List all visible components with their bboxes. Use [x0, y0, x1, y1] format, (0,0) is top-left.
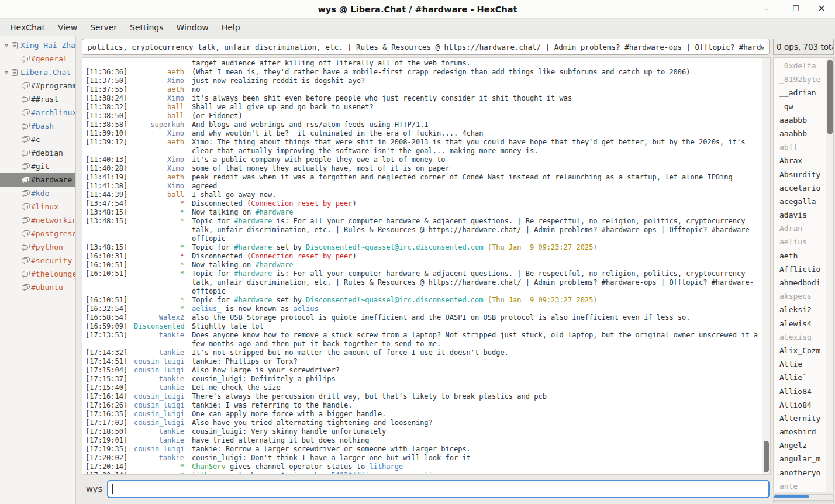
nick: aeth [134, 173, 188, 182]
tree-channel-security[interactable]: #security [0, 254, 75, 267]
user-list-item[interactable]: aleksi2 [774, 303, 826, 316]
chat-message-row: [13:48:15]*Topic for #hardware is: For a… [82, 217, 761, 243]
tree-channel-thelounge[interactable]: #thelounge [0, 267, 75, 281]
tree-channel-git[interactable]: #git [0, 160, 75, 173]
user-list-item[interactable]: abff [774, 140, 826, 154]
user-list-item[interactable]: _0xdelta [774, 59, 826, 73]
user-list-scrollbar-thumb[interactable] [827, 60, 833, 134]
user-list-item[interactable]: acegalla- [774, 195, 826, 208]
menu-settings[interactable]: Settings [123, 19, 170, 36]
chat-message-row: [17:20:14]*ChanServ gives channel operat… [82, 462, 761, 471]
user-list-item[interactable]: anotheryo [774, 466, 826, 479]
user-list-hscrollbar[interactable] [773, 494, 834, 499]
nick: * [134, 243, 188, 252]
message-text: (or Fidonet) [188, 112, 761, 120]
maximize-button[interactable]: ☐ [786, 0, 806, 19]
message-segment-msg_red: Connection reset by peer [251, 199, 352, 208]
user-list-hscrollbar-thumb[interactable] [774, 495, 809, 498]
timestamp: [17:14:51] [82, 357, 134, 366]
message-text: Also how large is your screwdriver? [188, 366, 761, 375]
expander-icon[interactable]: ▽ [2, 70, 11, 75]
user-list-item[interactable]: aaabbb- [774, 127, 826, 140]
tree-channel-postgresql[interactable]: #postgresql [0, 227, 75, 240]
message-segment: It's not stripped but no matter the amou… [192, 348, 509, 357]
timestamp: [16:10:31] [82, 252, 134, 261]
user-list-item[interactable]: _qw_ [774, 100, 826, 113]
timestamp: [17:15:40] [82, 384, 134, 392]
chat-message-row: [16:58:54]Walex2also the USB Storage pro… [82, 313, 761, 322]
user-list-item[interactable]: Allie` [774, 371, 826, 384]
menu-hexchat[interactable]: HexChat [4, 19, 51, 36]
user-list-item[interactable]: alexisg [774, 330, 826, 344]
tree-item-label: ##programming [31, 81, 75, 90]
user-list-item[interactable]: Alternity [774, 412, 826, 425]
tree-channel-c[interactable]: #c [0, 133, 75, 146]
tree-channel-archlinux[interactable]: #archlinux [0, 106, 75, 119]
user-list-item[interactable]: angular_m [774, 452, 826, 465]
user-list-item[interactable]: aaabbb [774, 113, 826, 127]
message-text: I shall go away now. [188, 191, 761, 199]
server-icon [11, 68, 20, 77]
nick: tankie [134, 427, 188, 436]
user-list-item[interactable]: aelius [774, 235, 826, 248]
expander-icon[interactable]: ▽ [2, 43, 11, 49]
user-list: _0xdelta_8192byte__adrian_qw_aaabbbaaabb… [773, 57, 834, 492]
user-list-item[interactable]: Adran [774, 222, 826, 235]
nick: cousin_luigi [134, 445, 188, 454]
nick: cousin_luigi [134, 410, 188, 419]
tree-channel-debian[interactable]: #debian [0, 146, 75, 160]
user-list-item[interactable]: alewis4 [774, 317, 826, 330]
tree-channel-linux[interactable]: #linux [0, 200, 75, 213]
user-list-item[interactable]: ahmedbodi [774, 276, 826, 289]
menu-server[interactable]: Server [84, 19, 123, 36]
timestamp: [16:10:51] [82, 296, 134, 305]
user-list-item[interactable]: Angelz [774, 439, 826, 452]
menu-window[interactable]: Window [170, 19, 215, 36]
user-list-scrollbar[interactable] [826, 58, 833, 492]
user-list-item[interactable]: amosbird [774, 425, 826, 439]
close-button[interactable]: ✕ [812, 0, 831, 19]
message-text: Disconnected (Connection reset by peer) [188, 252, 761, 261]
tree-channel-kde[interactable]: #kde [0, 187, 75, 200]
user-list-item[interactable]: Afflictio [774, 263, 826, 276]
message-input[interactable] [107, 480, 770, 498]
tree-channel-hardware[interactable]: #hardware [0, 173, 75, 187]
message-segment: And blogs and webrings and rss/atom feed… [192, 120, 429, 129]
tree-channel-bash[interactable]: #bash [0, 119, 75, 133]
tree-channel-ubuntu[interactable]: #ubuntu [0, 281, 75, 294]
user-list-item[interactable]: ante [774, 479, 826, 492]
menu-view[interactable]: View [51, 19, 84, 36]
menu-help[interactable]: Help [215, 19, 247, 36]
tree-channel-networking[interactable]: #networking [0, 213, 75, 227]
tree-channel-programming[interactable]: ##programming [0, 79, 75, 92]
user-list-item[interactable]: akspecs [774, 289, 826, 303]
user-list-item[interactable]: Allio84_ [774, 398, 826, 412]
user-list-item[interactable]: accelario [774, 181, 826, 195]
timestamp: [17:16:35] [82, 410, 134, 419]
user-list-item[interactable]: Absurdity [774, 168, 826, 181]
tree-channel-python[interactable]: #python [0, 240, 75, 254]
channel-icon [21, 163, 31, 171]
tree-server-Xing-Hai-Zhan[interactable]: ▽Xing-Hai-Zhan [0, 39, 75, 52]
user-list-item[interactable]: Alix_Cozm [774, 344, 826, 357]
message-segment: Topic for [192, 270, 234, 278]
user-list-item[interactable]: __adrian [774, 86, 826, 99]
user-list-item[interactable]: Allie [774, 357, 826, 371]
user-list-item[interactable]: _8192byte [774, 73, 826, 86]
message-text: (What I mean is, they'd rather have a mo… [188, 68, 761, 77]
tree-server-Libera.Chat[interactable]: ▽Libera.Chat [0, 65, 75, 79]
user-list-item[interactable]: Allio84 [774, 385, 826, 398]
chat-message-row: [11:38:24]Ximoit's always been shit even… [82, 94, 761, 103]
tree-channel-general[interactable]: #general [0, 52, 75, 65]
topic-input[interactable] [82, 39, 770, 55]
user-list-item[interactable]: adavis [774, 208, 826, 222]
minimize-button[interactable]: – [757, 0, 777, 19]
tree-channel-rust[interactable]: ##rust [0, 92, 75, 106]
user-list-item[interactable]: Abrax [774, 154, 826, 167]
message-text: some of that money they actually have, m… [188, 164, 761, 173]
message-segment: is now known as [222, 305, 294, 313]
timestamp: [17:16:14] [82, 392, 134, 401]
chat-scrollbar-thumb[interactable] [764, 441, 769, 472]
user-list-item[interactable]: aeth [774, 249, 826, 263]
chat-scrollbar[interactable] [762, 58, 770, 474]
